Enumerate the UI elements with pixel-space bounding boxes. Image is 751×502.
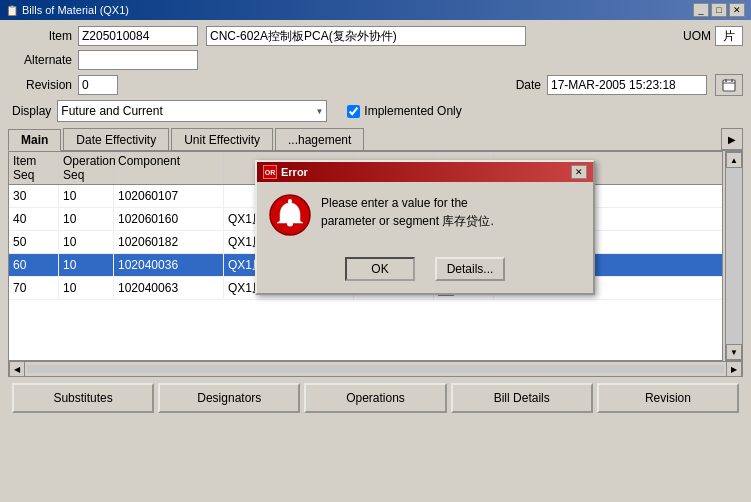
dialog-message: Please enter a value for the parameter o… xyxy=(321,194,581,230)
dialog-title-left: OR Error xyxy=(263,165,308,179)
svg-rect-6 xyxy=(288,199,292,204)
dialog-overlay: OR Error ✕ Please enter a v xyxy=(0,0,751,502)
dialog-body: Please enter a value for the parameter o… xyxy=(257,182,593,251)
dialog-title-bar: OR Error ✕ xyxy=(257,162,593,182)
svg-point-5 xyxy=(287,222,293,227)
error-dialog: OR Error ✕ Please enter a v xyxy=(255,160,595,295)
dialog-details-button[interactable]: Details... xyxy=(435,257,505,281)
error-icon xyxy=(269,194,311,239)
dialog-close-button[interactable]: ✕ xyxy=(571,165,587,179)
oracle-logo-icon: OR xyxy=(263,165,277,179)
dialog-title-text: Error xyxy=(281,166,308,178)
dialog-buttons: OK Details... xyxy=(257,251,593,293)
dialog-ok-button[interactable]: OK xyxy=(345,257,415,281)
